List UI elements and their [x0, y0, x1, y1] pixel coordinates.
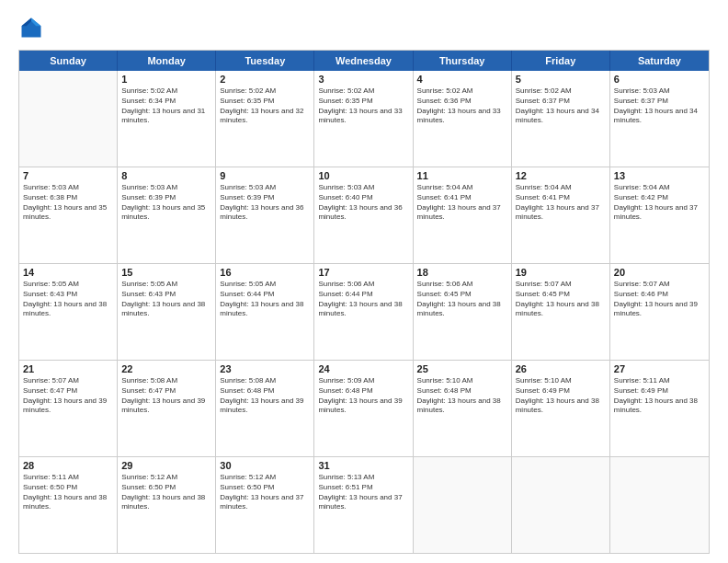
day-number: 28	[23, 460, 113, 471]
day-info: Sunrise: 5:08 AMSunset: 6:48 PMDaylight:…	[220, 376, 310, 416]
calendar-header-cell: Wednesday	[314, 51, 413, 71]
day-number: 31	[318, 460, 408, 471]
calendar-week-row: 1Sunrise: 5:02 AMSunset: 6:34 PMDaylight…	[19, 71, 709, 167]
day-info: Sunrise: 5:07 AMSunset: 6:45 PMDaylight:…	[516, 280, 606, 319]
calendar-week-row: 28Sunrise: 5:11 AMSunset: 6:50 PMDayligh…	[19, 457, 709, 553]
day-info: Sunrise: 5:04 AMSunset: 6:42 PMDaylight:…	[614, 183, 705, 223]
day-number: 6	[614, 74, 705, 85]
calendar-header-cell: Tuesday	[216, 51, 314, 71]
calendar-cell: 31Sunrise: 5:13 AMSunset: 6:51 PMDayligh…	[314, 457, 413, 553]
calendar-week-row: 7Sunrise: 5:03 AMSunset: 6:38 PMDaylight…	[19, 167, 709, 264]
calendar-cell: 1Sunrise: 5:02 AMSunset: 6:34 PMDaylight…	[118, 71, 216, 167]
calendar-cell: 24Sunrise: 5:09 AMSunset: 6:48 PMDayligh…	[314, 361, 413, 456]
day-number: 17	[318, 267, 408, 278]
calendar-cell: 17Sunrise: 5:06 AMSunset: 6:44 PMDayligh…	[314, 264, 413, 360]
day-info: Sunrise: 5:05 AMSunset: 6:43 PMDaylight:…	[23, 280, 113, 319]
day-number: 18	[417, 267, 507, 278]
header	[18, 15, 710, 40]
calendar-cell: 6Sunrise: 5:03 AMSunset: 6:37 PMDaylight…	[610, 71, 709, 167]
calendar-cell: 29Sunrise: 5:12 AMSunset: 6:50 PMDayligh…	[118, 457, 216, 553]
calendar-header-cell: Saturday	[610, 51, 709, 71]
calendar-body: 1Sunrise: 5:02 AMSunset: 6:34 PMDaylight…	[19, 71, 709, 553]
day-info: Sunrise: 5:13 AMSunset: 6:51 PMDaylight:…	[318, 473, 408, 512]
day-info: Sunrise: 5:02 AMSunset: 6:36 PMDaylight:…	[417, 86, 507, 126]
calendar-week-row: 21Sunrise: 5:07 AMSunset: 6:47 PMDayligh…	[19, 361, 709, 457]
day-number: 9	[220, 170, 310, 181]
day-info: Sunrise: 5:10 AMSunset: 6:48 PMDaylight:…	[417, 376, 507, 416]
calendar-cell	[610, 457, 709, 553]
calendar-header-cell: Sunday	[19, 51, 118, 71]
day-info: Sunrise: 5:02 AMSunset: 6:37 PMDaylight:…	[516, 86, 606, 126]
day-number: 15	[121, 267, 211, 278]
day-info: Sunrise: 5:02 AMSunset: 6:34 PMDaylight:…	[121, 86, 211, 126]
day-info: Sunrise: 5:09 AMSunset: 6:48 PMDaylight:…	[318, 376, 408, 416]
day-info: Sunrise: 5:03 AMSunset: 6:39 PMDaylight:…	[121, 183, 211, 223]
calendar-cell: 5Sunrise: 5:02 AMSunset: 6:37 PMDaylight…	[512, 71, 610, 167]
day-info: Sunrise: 5:03 AMSunset: 6:37 PMDaylight:…	[614, 86, 705, 126]
day-info: Sunrise: 5:12 AMSunset: 6:50 PMDaylight:…	[220, 473, 310, 512]
calendar-cell: 11Sunrise: 5:04 AMSunset: 6:41 PMDayligh…	[414, 167, 512, 263]
logo	[18, 15, 48, 40]
calendar: SundayMondayTuesdayWednesdayThursdayFrid…	[18, 50, 710, 554]
day-info: Sunrise: 5:02 AMSunset: 6:35 PMDaylight:…	[318, 86, 408, 126]
calendar-cell: 4Sunrise: 5:02 AMSunset: 6:36 PMDaylight…	[414, 71, 512, 167]
day-number: 8	[121, 170, 211, 181]
day-number: 1	[121, 74, 211, 85]
day-number: 11	[417, 170, 507, 181]
day-number: 22	[121, 363, 211, 374]
day-number: 5	[516, 74, 606, 85]
day-info: Sunrise: 5:12 AMSunset: 6:50 PMDaylight:…	[121, 473, 211, 512]
calendar-cell: 20Sunrise: 5:07 AMSunset: 6:46 PMDayligh…	[610, 264, 709, 360]
calendar-header: SundayMondayTuesdayWednesdayThursdayFrid…	[19, 51, 709, 71]
calendar-cell	[414, 457, 512, 553]
calendar-cell: 2Sunrise: 5:02 AMSunset: 6:35 PMDaylight…	[216, 71, 314, 167]
day-number: 20	[614, 267, 705, 278]
day-number: 21	[23, 363, 113, 374]
calendar-header-cell: Thursday	[414, 51, 512, 71]
calendar-cell	[512, 457, 610, 553]
day-info: Sunrise: 5:08 AMSunset: 6:47 PMDaylight:…	[121, 376, 211, 416]
calendar-cell: 15Sunrise: 5:05 AMSunset: 6:43 PMDayligh…	[118, 264, 216, 360]
calendar-cell: 7Sunrise: 5:03 AMSunset: 6:38 PMDaylight…	[19, 167, 118, 263]
day-number: 24	[318, 363, 408, 374]
day-info: Sunrise: 5:07 AMSunset: 6:47 PMDaylight:…	[23, 376, 113, 416]
day-info: Sunrise: 5:06 AMSunset: 6:45 PMDaylight:…	[417, 280, 507, 319]
day-info: Sunrise: 5:06 AMSunset: 6:44 PMDaylight:…	[318, 280, 408, 319]
day-info: Sunrise: 5:04 AMSunset: 6:41 PMDaylight:…	[417, 183, 507, 223]
logo-icon	[18, 15, 44, 40]
day-number: 7	[23, 170, 113, 181]
day-number: 14	[23, 267, 113, 278]
day-number: 27	[614, 363, 705, 374]
calendar-cell: 30Sunrise: 5:12 AMSunset: 6:50 PMDayligh…	[216, 457, 314, 553]
calendar-cell: 19Sunrise: 5:07 AMSunset: 6:45 PMDayligh…	[512, 264, 610, 360]
day-number: 4	[417, 74, 507, 85]
day-info: Sunrise: 5:04 AMSunset: 6:41 PMDaylight:…	[516, 183, 606, 223]
calendar-header-cell: Monday	[118, 51, 216, 71]
calendar-cell: 13Sunrise: 5:04 AMSunset: 6:42 PMDayligh…	[610, 167, 709, 263]
calendar-cell: 18Sunrise: 5:06 AMSunset: 6:45 PMDayligh…	[414, 264, 512, 360]
day-info: Sunrise: 5:03 AMSunset: 6:39 PMDaylight:…	[220, 183, 310, 223]
calendar-cell: 28Sunrise: 5:11 AMSunset: 6:50 PMDayligh…	[19, 457, 118, 553]
calendar-cell: 14Sunrise: 5:05 AMSunset: 6:43 PMDayligh…	[19, 264, 118, 360]
day-info: Sunrise: 5:03 AMSunset: 6:38 PMDaylight:…	[23, 183, 113, 223]
calendar-cell: 9Sunrise: 5:03 AMSunset: 6:39 PMDaylight…	[216, 167, 314, 263]
day-info: Sunrise: 5:05 AMSunset: 6:43 PMDaylight:…	[121, 280, 211, 319]
day-number: 25	[417, 363, 507, 374]
day-info: Sunrise: 5:05 AMSunset: 6:44 PMDaylight:…	[220, 280, 310, 319]
day-info: Sunrise: 5:07 AMSunset: 6:46 PMDaylight:…	[614, 280, 705, 319]
calendar-cell: 26Sunrise: 5:10 AMSunset: 6:49 PMDayligh…	[512, 361, 610, 456]
page: SundayMondayTuesdayWednesdayThursdayFrid…	[0, 0, 728, 563]
day-info: Sunrise: 5:10 AMSunset: 6:49 PMDaylight:…	[516, 376, 606, 416]
day-number: 16	[220, 267, 310, 278]
calendar-cell: 23Sunrise: 5:08 AMSunset: 6:48 PMDayligh…	[216, 361, 314, 456]
calendar-cell: 12Sunrise: 5:04 AMSunset: 6:41 PMDayligh…	[512, 167, 610, 263]
day-info: Sunrise: 5:11 AMSunset: 6:50 PMDaylight:…	[23, 473, 113, 512]
day-info: Sunrise: 5:03 AMSunset: 6:40 PMDaylight:…	[318, 183, 408, 223]
day-number: 30	[220, 460, 310, 471]
day-number: 19	[516, 267, 606, 278]
calendar-cell: 22Sunrise: 5:08 AMSunset: 6:47 PMDayligh…	[118, 361, 216, 456]
day-number: 3	[318, 74, 408, 85]
calendar-cell: 3Sunrise: 5:02 AMSunset: 6:35 PMDaylight…	[314, 71, 413, 167]
day-info: Sunrise: 5:11 AMSunset: 6:49 PMDaylight:…	[614, 376, 705, 416]
day-number: 10	[318, 170, 408, 181]
